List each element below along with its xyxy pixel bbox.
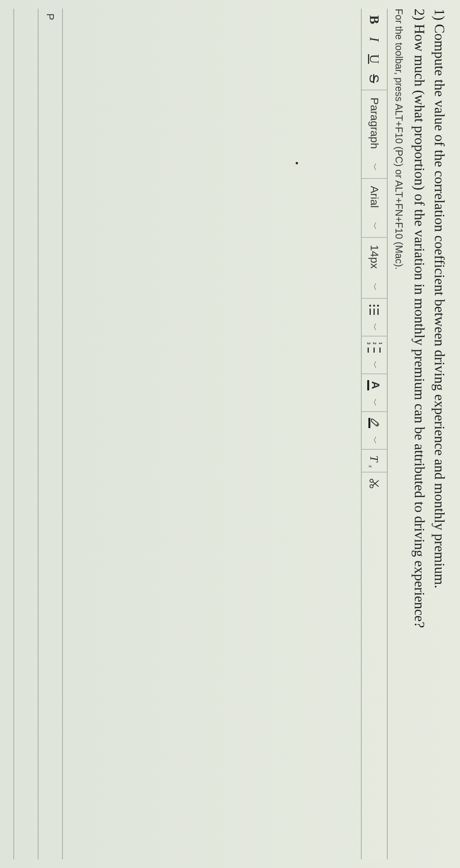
font-size-value: 14px — [368, 245, 381, 269]
highlight-color-button[interactable] — [366, 417, 383, 429]
toolbar-group-font-family: Arial ﹀ — [362, 179, 387, 238]
font-size-select[interactable]: 14px ﹀ — [368, 243, 381, 293]
svg-line-3 — [373, 480, 379, 485]
numbered-list-button[interactable]: 1 2 3 — [366, 341, 383, 354]
toolbar-group-bullet-list: ﹀ — [362, 299, 387, 337]
block-format-value: Paragraph — [368, 97, 381, 149]
question-2: 2) How much (what proportion) of the var… — [410, 9, 429, 859]
italic-button[interactable]: I — [366, 33, 383, 46]
text-color-icon: A — [367, 380, 381, 390]
cut-button[interactable] — [366, 477, 383, 490]
chevron-down-icon[interactable]: ﹀ — [369, 436, 379, 444]
underline-button[interactable]: U — [366, 53, 383, 65]
clear-format-glyph: T — [368, 455, 381, 462]
spacer-row — [13, 9, 38, 859]
toolbar-group-block-format: Paragraph ﹀ — [362, 90, 387, 179]
chevron-down-icon: ﹀ — [369, 283, 379, 291]
content-area: 1) Compute the value of the correlation … — [13, 0, 460, 868]
chevron-down-icon[interactable]: ﹀ — [369, 361, 379, 369]
chevron-down-icon[interactable]: ﹀ — [369, 323, 379, 331]
font-family-value: Arial — [368, 186, 381, 208]
scissors-icon — [369, 478, 380, 489]
clear-format-sub: x — [367, 465, 374, 467]
page-rotated-container: 1) Compute the value of the correlation … — [0, 0, 460, 868]
rich-text-editor[interactable] — [62, 9, 361, 859]
editor-status-bar: P — [38, 9, 62, 859]
toolbar-group-highlight: ﹀ — [362, 412, 387, 450]
bulleted-list-icon — [369, 305, 379, 315]
toolbar-group-clear-format: Tx — [362, 450, 387, 473]
chevron-down-icon: ﹀ — [369, 163, 379, 171]
chevron-down-icon[interactable]: ﹀ — [369, 399, 379, 406]
numbered-list-icon: 1 2 3 — [366, 342, 382, 353]
bold-button[interactable]: B — [366, 13, 383, 26]
block-format-select[interactable]: Paragraph ﹀ — [368, 95, 381, 173]
element-path[interactable]: P — [44, 13, 56, 20]
clear-formatting-button[interactable]: Tx — [366, 454, 383, 467]
toolbar-help-text: For the toolbar, press ALT+F10 (PC) or A… — [393, 9, 405, 859]
chevron-down-icon: ﹀ — [369, 222, 379, 230]
question-1: 1) Compute the value of the correlation … — [430, 9, 449, 859]
highlighter-icon — [368, 418, 380, 428]
toolbar-group-cut — [362, 473, 387, 495]
editor-toolbar: B I U S Paragraph ﹀ Arial ﹀ — [361, 9, 388, 859]
toolbar-group-numbered-list: 1 2 3 ﹀ — [362, 337, 387, 374]
svg-line-2 — [373, 482, 379, 487]
toolbar-group-text-color: A ﹀ — [362, 374, 387, 412]
strikethrough-button[interactable]: S — [366, 72, 383, 85]
font-family-select[interactable]: Arial ﹀ — [368, 184, 381, 232]
editor-caret-dot — [296, 162, 298, 164]
toolbar-group-text-style: B I U S — [362, 9, 387, 90]
text-color-button[interactable]: A — [366, 379, 383, 392]
bulleted-list-button[interactable] — [366, 303, 383, 316]
toolbar-group-font-size: 14px ﹀ — [362, 238, 387, 299]
